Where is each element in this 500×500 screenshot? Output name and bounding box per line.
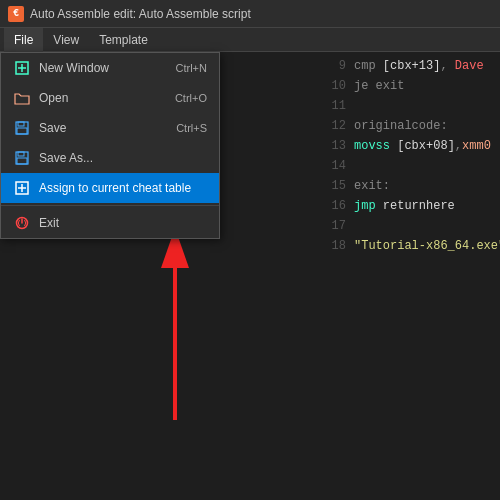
assign-icon <box>13 179 31 197</box>
title-bar-text: Auto Assemble edit: Auto Assemble script <box>30 7 251 21</box>
title-bar: € Auto Assemble edit: Auto Assemble scri… <box>0 0 500 28</box>
open-shortcut: Ctrl+O <box>175 92 207 104</box>
code-editor: 9 cmp [cbx+13], Dave10 je exit1112origin… <box>320 52 500 500</box>
code-line: 15exit: <box>324 176 500 196</box>
code-line: 11 <box>324 96 500 116</box>
code-line: 18"Tutorial-x86_64.exe"+2F25D: <box>324 236 500 256</box>
code-line: 9 cmp [cbx+13], Dave <box>324 56 500 76</box>
exit-label: Exit <box>39 216 59 230</box>
menu-item-save-as[interactable]: Save As... <box>1 143 219 173</box>
svg-rect-5 <box>17 128 27 134</box>
exit-icon <box>13 214 31 232</box>
menu-view[interactable]: View <box>43 28 89 52</box>
code-line: 10 je exit <box>324 76 500 96</box>
open-label: Open <box>39 91 68 105</box>
svg-rect-8 <box>17 158 27 164</box>
file-dropdown: New Window Ctrl+N Open Ctrl+O Save Ctrl+… <box>0 52 220 239</box>
open-icon <box>13 89 31 107</box>
save-as-icon <box>13 149 31 167</box>
app-icon: € <box>8 6 24 22</box>
menu-item-new-window[interactable]: New Window Ctrl+N <box>1 53 219 83</box>
menu-file[interactable]: File <box>4 28 43 52</box>
dropdown-separator <box>1 205 219 206</box>
new-window-icon <box>13 59 31 77</box>
save-icon <box>13 119 31 137</box>
svg-rect-7 <box>18 152 24 156</box>
menu-template[interactable]: Template <box>89 28 158 52</box>
assign-label: Assign to current cheat table <box>39 181 191 195</box>
menu-item-assign[interactable]: Assign to current cheat table <box>1 173 219 203</box>
menu-item-exit[interactable]: Exit <box>1 208 219 238</box>
app-icon-symbol: € <box>13 8 19 19</box>
save-as-label: Save As... <box>39 151 93 165</box>
new-window-label: New Window <box>39 61 109 75</box>
menu-bar: File View Template <box>0 28 500 52</box>
code-line: 12originalcode: <box>324 116 500 136</box>
save-label: Save <box>39 121 66 135</box>
code-line: 13 movss [cbx+08],xmm0 <box>324 136 500 156</box>
code-line: 14 <box>324 156 500 176</box>
save-shortcut: Ctrl+S <box>176 122 207 134</box>
menu-item-open[interactable]: Open Ctrl+O <box>1 83 219 113</box>
new-window-shortcut: Ctrl+N <box>176 62 207 74</box>
menu-item-save[interactable]: Save Ctrl+S <box>1 113 219 143</box>
code-line: 17 <box>324 216 500 236</box>
code-line: 16 jmp returnhere <box>324 196 500 216</box>
